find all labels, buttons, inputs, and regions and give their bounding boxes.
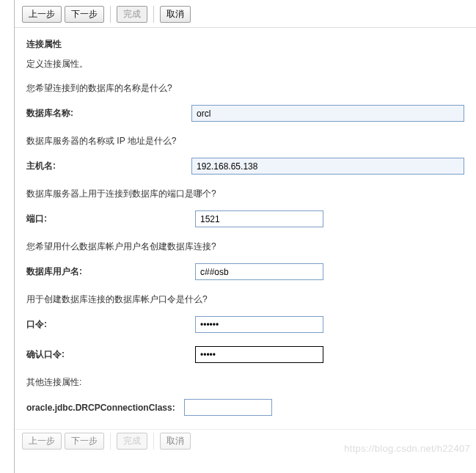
cancel-button[interactable]: 取消 xyxy=(160,6,191,23)
finish-button: 完成 xyxy=(117,6,147,23)
next-button[interactable]: 下一步 xyxy=(65,6,104,23)
dbname-question: 您希望连接到的数据库的名称是什么? xyxy=(26,82,464,95)
host-question: 数据库服务器的名称或 IP 地址是什么? xyxy=(26,135,464,147)
dbname-label: 数据库名称: xyxy=(26,107,191,120)
user-input[interactable] xyxy=(195,263,323,280)
next-button-bottom[interactable]: 下一步 xyxy=(65,433,104,450)
button-divider xyxy=(153,433,154,450)
host-label: 主机名: xyxy=(26,160,191,172)
confirm-password-input[interactable] xyxy=(195,346,323,363)
drcp-input[interactable] xyxy=(184,399,272,416)
finish-button-bottom: 完成 xyxy=(117,433,147,450)
button-divider xyxy=(110,6,111,23)
top-button-row: 上一步 下一步 完成 取消 xyxy=(15,3,476,28)
side-panel-rail xyxy=(0,0,15,473)
dbname-input[interactable] xyxy=(191,105,464,122)
drcp-label: oracle.jdbc.DRCPConnectionClass: xyxy=(26,403,175,413)
prev-button-bottom[interactable]: 上一步 xyxy=(22,433,62,450)
button-divider xyxy=(153,6,154,23)
watermark-text: https://blog.csdn.net/h22407 xyxy=(344,443,470,454)
password-label: 口令: xyxy=(26,318,195,331)
host-input[interactable] xyxy=(191,158,464,175)
other-attributes-title: 其他连接属性: xyxy=(26,376,464,389)
button-divider xyxy=(110,433,111,450)
page-subtitle: 定义连接属性。 xyxy=(26,58,464,70)
cancel-button-bottom[interactable]: 取消 xyxy=(160,433,191,450)
port-input[interactable] xyxy=(195,210,323,227)
port-question: 数据库服务器上用于连接到数据库的端口是哪个? xyxy=(26,188,464,200)
page-title: 连接属性 xyxy=(26,38,464,51)
prev-button[interactable]: 上一步 xyxy=(22,6,62,23)
confirm-password-label: 确认口令: xyxy=(26,348,195,361)
user-question: 您希望用什么数据库帐户用户名创建数据库连接? xyxy=(26,241,464,253)
password-question: 用于创建数据库连接的数据库帐户口令是什么? xyxy=(26,293,464,306)
user-label: 数据库用户名: xyxy=(26,265,195,278)
password-input[interactable] xyxy=(195,316,323,333)
port-label: 端口: xyxy=(26,213,195,225)
